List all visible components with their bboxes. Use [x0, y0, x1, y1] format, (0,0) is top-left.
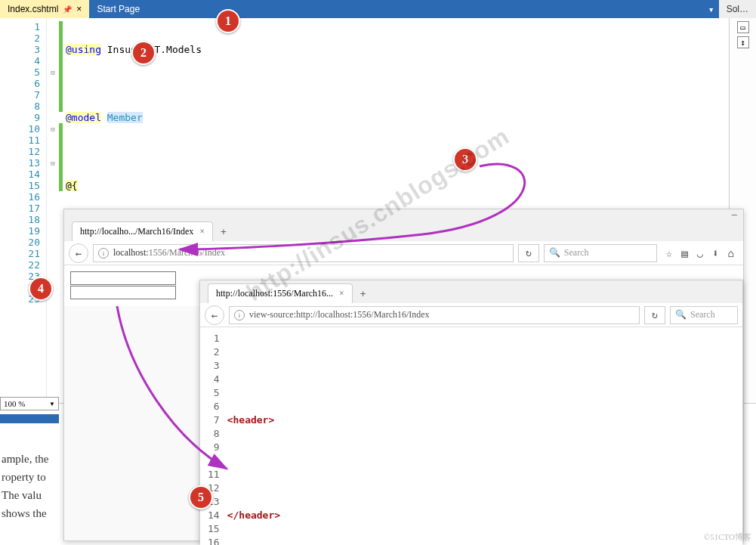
- email-input[interactable]: [70, 286, 176, 299]
- ide-tab-bar: Index.cshtml 📌 × Start Page ▾ Sol…: [0, 0, 756, 18]
- tab-overflow[interactable]: ▾: [704, 0, 719, 18]
- new-tab-button[interactable]: +: [213, 222, 234, 241]
- address-bar[interactable]: i localhost:1556/March16/Index: [93, 244, 514, 262]
- source-line-numbers: 123456789101112131415161718: [208, 332, 227, 545]
- pin-icon[interactable]: 📌: [63, 5, 72, 14]
- reload-button[interactable]: ↻: [644, 306, 665, 324]
- close-icon[interactable]: ×: [339, 288, 344, 299]
- info-icon[interactable]: i: [98, 248, 109, 259]
- zoom-dropdown[interactable]: 100 %▼: [0, 397, 59, 410]
- tab-index-cshtml[interactable]: Index.cshtml 📌 ×: [0, 0, 89, 18]
- browser1-tab[interactable]: http://localho.../March16/Index ×: [72, 221, 213, 241]
- annotation-badge-5: 5: [189, 485, 213, 509]
- browser1-toolbar: ← i localhost:1556/March16/Index ↻ 🔍 Sea…: [64, 241, 743, 265]
- annotation-badge-2: 2: [131, 41, 156, 65]
- account-input[interactable]: [70, 271, 176, 285]
- status-bar: [0, 414, 59, 423]
- back-button[interactable]: ←: [205, 305, 224, 325]
- source-code: <header> </header> <main> <div> <input c…: [227, 332, 718, 545]
- fold-column[interactable]: ⊟⊟⊟: [47, 18, 59, 403]
- tab-label: Index.cshtml: [8, 4, 58, 14]
- line-number-gutter: 1234567891011121314151617181920212223242…: [0, 18, 47, 403]
- download-icon[interactable]: ⬇: [712, 247, 718, 259]
- minimize-icon[interactable]: —: [732, 209, 737, 220]
- annotation-badge-1: 1: [216, 9, 240, 33]
- library-icon[interactable]: ▤: [681, 247, 687, 259]
- browser-window-2: http://localhost:1556/March16... × + ← i…: [199, 280, 743, 543]
- chevron-down-icon: ▼: [49, 401, 55, 407]
- info-icon[interactable]: i: [234, 310, 245, 320]
- browser1-tabstrip: http://localho.../March16/Index × +: [64, 220, 743, 241]
- search-icon: 🔍: [675, 309, 687, 320]
- search-icon: 🔍: [549, 247, 560, 259]
- window-controls: —: [64, 209, 743, 220]
- tab-label: Start Page: [97, 4, 140, 14]
- new-tab-button[interactable]: +: [353, 284, 374, 303]
- view-source-content[interactable]: 123456789101112131415161718 <header> </h…: [200, 327, 742, 545]
- bookmark-icon[interactable]: ☆: [666, 247, 672, 259]
- browser2-toolbar: ← i view-source:http://localhost:1556/Ma…: [200, 303, 742, 327]
- close-icon[interactable]: ×: [199, 226, 205, 237]
- search-box[interactable]: 🔍 Search: [670, 306, 738, 324]
- nav-up-icon[interactable]: ↕: [737, 36, 749, 48]
- home-icon[interactable]: ⌂: [728, 247, 734, 259]
- close-icon[interactable]: ×: [76, 4, 82, 14]
- solution-explorer-tab[interactable]: Sol…: [719, 0, 756, 18]
- search-box[interactable]: 🔍 Search: [544, 244, 657, 262]
- annotation-badge-4: 4: [29, 277, 53, 301]
- reload-button[interactable]: ↻: [518, 244, 539, 262]
- back-button[interactable]: ←: [69, 243, 88, 263]
- tab-start-page[interactable]: Start Page: [89, 0, 147, 18]
- pocket-icon[interactable]: ◡: [697, 247, 703, 259]
- address-bar[interactable]: i view-source:http://localhost:1556/Marc…: [229, 306, 640, 324]
- credit-text: ©51CTO博客: [704, 531, 751, 543]
- browser2-tabstrip: http://localhost:1556/March16... × +: [200, 280, 742, 303]
- browser2-tab[interactable]: http://localhost:1556/March16... ×: [208, 283, 353, 303]
- annotation-badge-3: 3: [453, 147, 477, 172]
- split-icon[interactable]: ▭: [737, 21, 749, 33]
